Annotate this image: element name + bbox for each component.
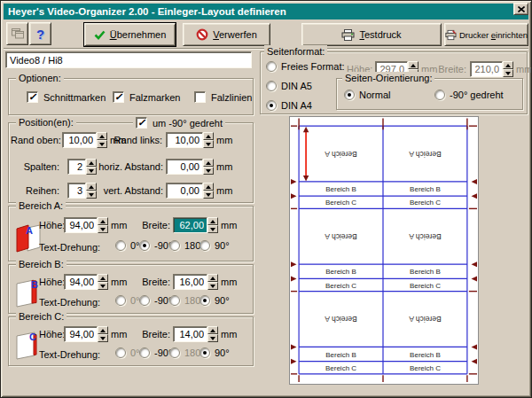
unit-label: mm: [111, 329, 127, 340]
positionen-group: Position(en): um -90° gedreht Rand oben:…: [8, 122, 254, 203]
bereich-a-breite-spinner[interactable]: [207, 217, 218, 233]
unit-label: mm: [111, 220, 127, 231]
svg-text:Bereich C: Bereich C: [325, 364, 356, 372]
din-a5-radio[interactable]: DIN A5: [266, 81, 312, 91]
help-button[interactable]: ?: [29, 22, 51, 45]
bereich-a-hoehe-input[interactable]: [64, 217, 98, 233]
bereich-c-rotation--90[interactable]: -90°: [139, 347, 172, 358]
svg-text:Bereich A: Bereich A: [409, 150, 442, 159]
svg-text:Bereich A: Bereich A: [325, 315, 357, 324]
svg-text:Bereich C: Bereich C: [410, 199, 441, 207]
svg-text:B: B: [31, 279, 38, 290]
falzlinien-checkbox[interactable]: Falzlinien: [194, 91, 252, 103]
bereich-c-hoehe-input[interactable]: [64, 326, 98, 342]
orientation-normal-radio[interactable]: Normal: [344, 90, 390, 100]
bereich-a-rotation-90[interactable]: 90°: [200, 240, 230, 251]
apply-button[interactable]: Übernehmen: [84, 23, 176, 46]
bereich-a-title: Bereich A:: [16, 199, 66, 212]
testprint-button[interactable]: Testdruck: [301, 23, 442, 46]
bereich-b-hoehe-input[interactable]: [64, 274, 98, 290]
hoehe-label: Höhe:: [39, 277, 62, 288]
svg-text:Bereich A: Bereich A: [409, 315, 442, 324]
help-icon: ?: [36, 27, 44, 42]
printer-setup-button[interactable]: Drucker einrichten: [444, 23, 528, 46]
bereich-a-breite-input[interactable]: [173, 217, 207, 233]
breite-label: Breite:: [142, 329, 170, 340]
rand-oben-input[interactable]: [62, 132, 97, 148]
bereich-c-title: Bereich C:: [16, 310, 66, 323]
hoehe-label: Höhe:: [39, 329, 62, 340]
window-icon: [11, 27, 25, 40]
bereich-b-rotation--90[interactable]: -90°: [139, 295, 172, 306]
svg-text:Bereich A: Bereich A: [325, 232, 357, 241]
svg-text:Bereich C: Bereich C: [325, 199, 356, 207]
unit-label: mm: [216, 185, 232, 197]
vert-abstand-input[interactable]: [166, 183, 203, 199]
bereich-b-rotation-90[interactable]: 90°: [200, 295, 230, 306]
optionen-title: Optionen:: [16, 72, 64, 84]
bereich-a-hoehe-spinner[interactable]: [98, 217, 108, 233]
positionen-title: Position(en):: [16, 116, 76, 129]
checkbox-checked-icon: [136, 117, 147, 129]
unit-label: mm: [111, 277, 127, 288]
svg-text:A: A: [26, 225, 33, 236]
rotated-checkbox[interactable]: um -90° gedreht: [133, 117, 225, 129]
svg-text:Bereich B: Bereich B: [325, 351, 356, 359]
layout-window-button[interactable]: [6, 22, 28, 45]
orientation-rotated-radio[interactable]: -90° gedreht: [434, 90, 504, 100]
unit-label: mm: [221, 220, 237, 231]
horiz-abstand-input[interactable]: [166, 159, 203, 175]
bereich-c-breite-spinner[interactable]: [207, 326, 218, 342]
rand-links-spinner[interactable]: [203, 132, 214, 148]
bereich-b-title: Bereich B:: [16, 258, 66, 270]
seiten-orientierung-group: Seiten-Orientierung: Normal -90° gedreht: [336, 78, 523, 110]
svg-text:Bereich B: Bereich B: [410, 268, 441, 276]
schnittmarken-checkbox[interactable]: Schnittmarken: [27, 91, 106, 103]
bereich-b-breite-input[interactable]: [173, 274, 207, 290]
text-drehung-label: Text-Drehung:: [39, 297, 100, 308]
bereich-b-breite-spinner[interactable]: [207, 274, 218, 290]
spalten-spinner[interactable]: [86, 159, 97, 175]
discard-button[interactable]: Verwerfen: [183, 23, 270, 46]
seiten-orientierung-title: Seiten-Orientierung:: [342, 72, 434, 84]
spalten-label: Spalten:: [11, 161, 59, 173]
bereich-c-breite-input[interactable]: [173, 326, 207, 342]
unit-label: mm: [216, 135, 232, 146]
breite-label: Breite:: [142, 220, 170, 231]
svg-text:Bereich B: Bereich B: [410, 351, 441, 359]
text-drehung-label: Text-Drehung:: [39, 349, 100, 361]
bereich-a-rotation--90[interactable]: -90°: [139, 240, 172, 251]
bereich-a-rotation-0[interactable]: 0°: [115, 240, 140, 251]
svg-text:C: C: [29, 332, 36, 342]
breite-label: Breite:: [142, 277, 170, 288]
layout-preview-drawing: Bereich ABereich BBereich CBereich ABere…: [290, 117, 478, 384]
printer-icon: [341, 29, 355, 41]
seite-breite-input: [470, 61, 503, 77]
layout-name-input[interactable]: [5, 51, 252, 68]
din-a4-radio[interactable]: DIN A4: [266, 100, 312, 111]
svg-text:Bereich C: Bereich C: [325, 282, 356, 290]
svg-text:Bereich C: Bereich C: [410, 282, 441, 290]
titlebar: Heyer's Video-Organizer 2.00 - Einleger-…: [4, 4, 528, 20]
unit-label: mm: [221, 277, 237, 288]
check-icon: [94, 30, 106, 40]
freies-format-radio[interactable]: Freies Format:: [266, 61, 345, 72]
rand-oben-spinner[interactable]: [97, 132, 107, 148]
horiz-abstand-spinner[interactable]: [203, 159, 214, 175]
svg-text:Bereich C: Bereich C: [410, 364, 441, 372]
close-button[interactable]: [513, 3, 528, 15]
bereich-b-rotation-0: 0°: [115, 295, 140, 306]
bereich-b-hoehe-spinner[interactable]: [98, 274, 108, 290]
seitenformat-title: Seitenformat:: [264, 45, 327, 58]
printer-setup-label: Drucker einrichten: [459, 30, 528, 40]
bereich-c-hoehe-spinner[interactable]: [98, 326, 108, 342]
bereich-c-rotation-0: 0°: [115, 347, 140, 358]
falzmarken-checkbox[interactable]: Falzmarken: [113, 91, 180, 103]
vert-abstand-spinner[interactable]: [203, 183, 214, 199]
reihen-spinner[interactable]: [86, 183, 97, 199]
bereich-c-rotation-90[interactable]: 90°: [200, 347, 230, 358]
svg-text:Bereich B: Bereich B: [410, 185, 441, 193]
reihen-input[interactable]: [67, 183, 86, 199]
rand-links-input[interactable]: [166, 132, 203, 148]
spalten-input[interactable]: [67, 159, 86, 175]
